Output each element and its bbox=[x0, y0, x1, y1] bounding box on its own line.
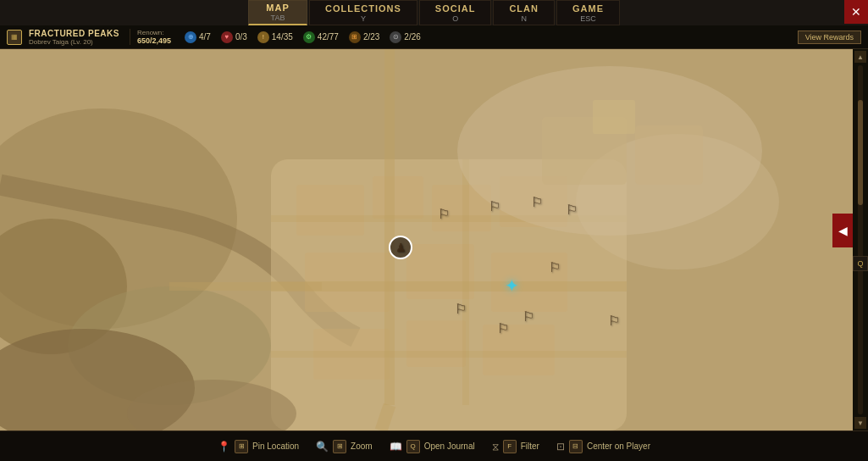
stat-icon-waypoints: ⊕ bbox=[185, 31, 196, 43]
action-label-filter: Filter bbox=[521, 442, 539, 451]
map-marker-npc6[interactable]: ⚐ bbox=[522, 308, 534, 325]
stat-item-side: ⚙42/77 bbox=[303, 31, 339, 43]
bottom-action-center[interactable]: ⊡⊟Center on Player bbox=[556, 440, 650, 453]
svg-rect-6 bbox=[373, 176, 423, 219]
renown-value: 650/2,495 bbox=[137, 36, 171, 45]
stat-item-dungeons: ♥0/3 bbox=[221, 31, 247, 43]
q-label: Q bbox=[857, 259, 863, 268]
stat-item-waypoints: ⊕4/7 bbox=[185, 31, 211, 43]
nav-tab-map[interactable]: MAPTAB bbox=[248, 0, 307, 25]
map-background: ♟✦⚐⚐⚐⚐⚐⚐⚐⚐⚐ bbox=[0, 49, 853, 430]
action-label-center: Center on Player bbox=[587, 442, 650, 451]
map-terrain-svg bbox=[0, 49, 853, 430]
scroll-up-arrow[interactable]: ▲ bbox=[854, 51, 866, 63]
scroll-track bbox=[858, 65, 863, 414]
tab-label-social: SOCIAL bbox=[435, 3, 476, 14]
stat-icon-cellar: ⊞ bbox=[349, 31, 361, 43]
svg-rect-24 bbox=[593, 100, 635, 134]
action-key-center: ⊟ bbox=[569, 440, 583, 453]
info-bar: ▦ FRACTURED PEAKS Dobrev Taiga (Lv. 20) … bbox=[0, 25, 868, 49]
stat-value-cellar: 2/23 bbox=[363, 32, 379, 42]
stat-item-challenges: ⊙2/26 bbox=[390, 31, 420, 43]
action-symbol-pin: 📍 bbox=[218, 441, 230, 453]
map-marker-npc1[interactable]: ⚐ bbox=[438, 205, 450, 221]
tab-label-map: MAP bbox=[266, 3, 289, 13]
action-symbol-zoom: 🔍 bbox=[316, 441, 329, 453]
svg-rect-14 bbox=[483, 325, 555, 375]
svg-rect-13 bbox=[406, 320, 466, 367]
nav-arrow-button[interactable]: ◀ bbox=[832, 214, 853, 247]
bottom-action-journal[interactable]: 📖QOpen Journal bbox=[390, 440, 475, 453]
svg-rect-5 bbox=[296, 185, 364, 236]
nav-tab-game[interactable]: GAMEESC bbox=[556, 0, 620, 25]
tab-label-collections: COLLECTIONS bbox=[325, 3, 401, 14]
zone-sublabel: Dobrev Taiga (Lv. 20) bbox=[29, 38, 119, 46]
tab-key-collections: Y bbox=[361, 14, 366, 23]
tab-key-game: ESC bbox=[580, 14, 596, 23]
action-key-journal: Q bbox=[406, 440, 420, 453]
bottom-action-pin[interactable]: 📍⊞Pin Location bbox=[218, 440, 299, 453]
stat-icon-challenges: ⊙ bbox=[390, 31, 401, 43]
map-marker-npc7[interactable]: ⚐ bbox=[497, 319, 509, 336]
map-marker-npc8[interactable]: ⚐ bbox=[549, 258, 561, 275]
nav-tab-collections[interactable]: COLLECTIONSY bbox=[309, 0, 417, 25]
action-key-zoom: ⊞ bbox=[333, 440, 346, 453]
nav-arrow-icon: ◀ bbox=[838, 224, 848, 237]
nav-tab-social[interactable]: SOCIALO bbox=[419, 0, 492, 25]
action-symbol-filter: ⧖ bbox=[492, 441, 499, 453]
top-navigation: MAPTABCOLLECTIONSYSOCIALOCLANNGAMEESC bbox=[0, 0, 868, 25]
zone-icon: ▦ bbox=[7, 30, 22, 45]
map-marker-player[interactable]: ♟ bbox=[389, 236, 412, 259]
action-key-filter: F bbox=[503, 440, 517, 453]
stat-value-waypoints: 4/7 bbox=[199, 32, 211, 42]
view-rewards-label: View Rewards bbox=[805, 33, 854, 42]
sidebar-scroll[interactable]: ▲ ▼ bbox=[853, 49, 868, 430]
svg-rect-23 bbox=[635, 125, 703, 185]
nav-tab-clan[interactable]: CLANN bbox=[493, 0, 555, 25]
tab-key-social: O bbox=[452, 14, 458, 23]
close-button[interactable]: ✕ bbox=[844, 0, 868, 24]
tab-label-clan: CLAN bbox=[509, 3, 539, 14]
q-indicator: Q bbox=[853, 256, 868, 271]
stat-icon-dungeons: ♥ bbox=[221, 31, 233, 43]
stat-value-dungeons: 0/3 bbox=[235, 32, 247, 42]
scroll-down-arrow[interactable]: ▼ bbox=[854, 417, 866, 429]
close-icon: ✕ bbox=[851, 5, 861, 19]
zone-info: FRACTURED PEAKS Dobrev Taiga (Lv. 20) bbox=[29, 29, 119, 46]
tab-key-map: TAB bbox=[271, 14, 285, 22]
renown-label: Renown: bbox=[137, 29, 171, 36]
action-label-pin: Pin Location bbox=[252, 442, 299, 451]
action-key-pin: ⊞ bbox=[235, 440, 248, 453]
stat-icon-side: ⚙ bbox=[303, 31, 315, 43]
tab-key-clan: N bbox=[521, 14, 527, 23]
map-marker-npc2[interactable]: ⚐ bbox=[489, 197, 500, 214]
stat-value-side: 42/77 bbox=[318, 32, 339, 42]
scroll-thumb bbox=[858, 100, 863, 205]
renown-box: Renown: 650/2,495 bbox=[130, 29, 171, 45]
view-rewards-button[interactable]: View Rewards bbox=[798, 31, 861, 44]
zone-name: FRACTURED PEAKS bbox=[29, 29, 119, 38]
action-symbol-journal: 📖 bbox=[390, 441, 402, 453]
bottom-action-filter[interactable]: ⧖FFilter bbox=[492, 440, 539, 453]
tab-label-game: GAME bbox=[572, 3, 604, 14]
map-marker-waypoint[interactable]: ✦ bbox=[505, 275, 519, 296]
map-container[interactable]: ♟✦⚐⚐⚐⚐⚐⚐⚐⚐⚐ bbox=[0, 49, 853, 430]
action-symbol-center: ⊡ bbox=[556, 441, 565, 453]
stat-value-challenges: 2/26 bbox=[404, 32, 420, 42]
bottom-bar: 📍⊞Pin Location🔍⊞Zoom📖QOpen Journal⧖FFilt… bbox=[0, 430, 868, 461]
stat-item-cellar: ⊞2/23 bbox=[349, 31, 379, 43]
map-marker-npc5[interactable]: ⚐ bbox=[455, 301, 467, 317]
map-marker-npc3[interactable]: ⚐ bbox=[531, 194, 543, 210]
action-label-journal: Open Journal bbox=[424, 442, 475, 451]
stat-icon-quests: ! bbox=[257, 31, 269, 43]
action-label-zoom: Zoom bbox=[351, 442, 373, 451]
map-marker-npc4[interactable]: ⚐ bbox=[566, 202, 578, 218]
stat-item-quests: !14/35 bbox=[257, 31, 293, 43]
stat-value-quests: 14/35 bbox=[272, 32, 293, 42]
map-marker-npc9[interactable]: ⚐ bbox=[608, 312, 620, 328]
bottom-action-zoom[interactable]: 🔍⊞Zoom bbox=[316, 440, 373, 453]
